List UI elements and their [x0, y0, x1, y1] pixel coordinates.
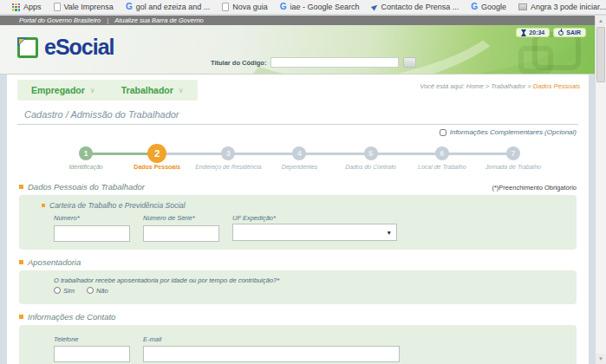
scroll-up-arrow[interactable]: ▲ [596, 16, 606, 26]
titular-input[interactable] [270, 57, 399, 68]
serie-field-group: Número de Série* [143, 214, 219, 242]
section-contato: Informações de Contato Telefone E-mail [19, 312, 577, 364]
orange-bullet-icon [19, 315, 23, 319]
telefone-input[interactable] [54, 346, 130, 362]
sair-button[interactable]: SAIR [553, 28, 586, 37]
optional-info-label: Informações Complementares (Opcional) [450, 128, 577, 136]
bookmark-apps[interactable]: Apps [7, 3, 47, 11]
apps-grid-icon [12, 3, 20, 11]
breadcrumb-separator: > [527, 82, 531, 90]
bookmark-google[interactable]: G Google [466, 3, 512, 11]
bookmark-vale-imprensa[interactable]: Vale Imprensa [49, 3, 119, 11]
step-circle: 6 [435, 146, 449, 160]
section-header: Dados Pessoais do Trabalhador [19, 182, 145, 192]
wizard-step-dados-pessoais[interactable]: 2 Dados Pessoais [121, 143, 192, 174]
section-header: Aposentadoria [19, 257, 577, 267]
wizard-step-jornada[interactable]: 7 Jornada de Trabalho [478, 143, 549, 174]
section-aposentadoria: Aposentadoria O trabalhador recebe apose… [19, 257, 577, 304]
menu-empregador[interactable]: Empregador ∨ [31, 85, 95, 95]
bookmark-label: Contacto de Prensa ... [381, 3, 459, 11]
section-title: Dados Pessoais do Trabalhador [28, 182, 145, 192]
radio-sim: Sim [54, 287, 75, 295]
wizard-step-contrato[interactable]: 5 Dados do Contrato [336, 143, 407, 174]
section-title: Informações de Contato [28, 312, 115, 322]
uf-expedicao-select[interactable]: ▼ [232, 224, 397, 241]
session-timer-value: 20:34 [529, 29, 544, 36]
numero-input[interactable] [54, 225, 130, 242]
menu-empregador-label: Empregador [31, 85, 85, 95]
radio-sim-label: Sim [63, 287, 75, 295]
wizard-step-local-trabalho[interactable]: 6 Local de Trabalho [407, 143, 478, 174]
step-connector [300, 153, 371, 155]
bookmark-label: Nova guia [232, 3, 268, 11]
titular-label: Titular do Código: [211, 59, 266, 67]
bookmark-gol-ezeiza[interactable]: G gol and ezeiza and ... [121, 3, 215, 11]
serie-input[interactable] [143, 225, 219, 242]
scrollbar[interactable]: ▲ ▼ [595, 16, 606, 364]
wizard-step-endereco[interactable]: 3 Endereço de Residência [192, 143, 264, 174]
step-label: Identificação [68, 164, 102, 170]
step-connector [371, 153, 442, 155]
step-label: Dados do Contrato [345, 164, 396, 170]
session-controls: 20:34 SAIR [516, 28, 586, 37]
serie-label: Número de Série* [143, 214, 219, 222]
bookmark-label: Google [481, 3, 506, 11]
breadcrumb-trabalhador[interactable]: Trabalhador [491, 82, 525, 90]
breadcrumb: Você está aqui: Home > Trabalhador > Dad… [420, 82, 580, 90]
gov-update-link[interactable]: Atualize sua Barra de Governo [114, 16, 204, 24]
hourglass-icon [521, 29, 526, 36]
breadcrumb-prefix: Você está aqui: [420, 82, 464, 90]
page-icon [222, 3, 229, 11]
bookmark-nova-guia[interactable]: Nova guia [217, 3, 273, 11]
radio-nao: Não [87, 287, 108, 295]
esocial-logo-icon [17, 37, 38, 58]
titular-submit-button[interactable] [403, 57, 416, 68]
radio-nao-label: Não [96, 287, 108, 295]
aposentadoria-options: Sim Não [54, 287, 566, 295]
radio-nao-input[interactable] [87, 287, 94, 294]
power-icon [558, 30, 564, 36]
scrollbar-thumb[interactable] [596, 27, 605, 82]
informacoes-complementares-checkbox[interactable] [440, 129, 446, 136]
menu-row: Empregador ∨ Trabalhador ∨ Você está aqu… [7, 75, 589, 104]
chevron-down-icon: ∨ [179, 87, 184, 94]
bookmark-label: Vale Imprensa [64, 3, 114, 11]
bookmark-label: Angra 3 pode iniciar... [531, 3, 606, 11]
titular-field-group: Titular do Código: [211, 57, 416, 68]
main-menu: Empregador ∨ Trabalhador ∨ [17, 80, 198, 101]
breadcrumb-home[interactable]: Home [466, 82, 484, 90]
google-icon: G [280, 3, 287, 11]
step-circle: 5 [364, 146, 378, 160]
wizard-step-identificacao[interactable]: 1 Identificação [50, 143, 121, 174]
ctps-panel: Carteira de Trabalho e Previdência Socia… [19, 195, 577, 250]
wizard-step-dependentes[interactable]: 4 Dependentes [264, 143, 335, 174]
content-card: Empregador ∨ Trabalhador ∨ Você está aqu… [7, 75, 589, 364]
radio-sim-input[interactable] [54, 287, 61, 294]
uf-label: UF Expedição* [232, 214, 397, 222]
esocial-logo: eSocial [17, 35, 114, 60]
step-label: Endereço de Residência [195, 164, 261, 170]
image-icon [518, 3, 527, 10]
bookmark-contacto-prensa[interactable]: Contacto de Prensa ... [367, 3, 465, 11]
breadcrumb-current: Dados Pessoais [533, 82, 580, 90]
gov-portal-link[interactable]: Portal do Governo Brasileiro [19, 16, 101, 24]
google-icon: G [471, 3, 478, 11]
step-label: Local de Trabalho [418, 164, 466, 170]
uf-field-group: UF Expedição* ▼ [232, 214, 397, 242]
session-timer: 20:34 [516, 28, 550, 37]
orange-bullet-icon [42, 204, 45, 207]
header-ghost-square [518, 46, 553, 74]
section-title: Aposentadoria [28, 257, 81, 267]
step-circle: 3 [221, 146, 235, 160]
bookmark-label: gol and ezeiza and ... [136, 3, 211, 11]
sair-label: SAIR [566, 29, 581, 36]
bookmark-iae-search[interactable]: G iae - Google Search [275, 3, 365, 11]
email-input[interactable] [143, 346, 400, 362]
gov-bar: Portal do Governo Brasileiro | Atualize … [0, 16, 595, 25]
scroll-down-arrow[interactable]: ▼ [596, 354, 606, 364]
email-label: E-mail [143, 335, 400, 343]
menu-trabalhador[interactable]: Trabalhador ∨ [121, 85, 184, 95]
esocial-header: eSocial Titular do Código: 20:34 SAIR [0, 25, 595, 75]
bookmark-angra[interactable]: Angra 3 pode iniciar... [513, 3, 606, 11]
gov-separator: | [107, 16, 108, 24]
